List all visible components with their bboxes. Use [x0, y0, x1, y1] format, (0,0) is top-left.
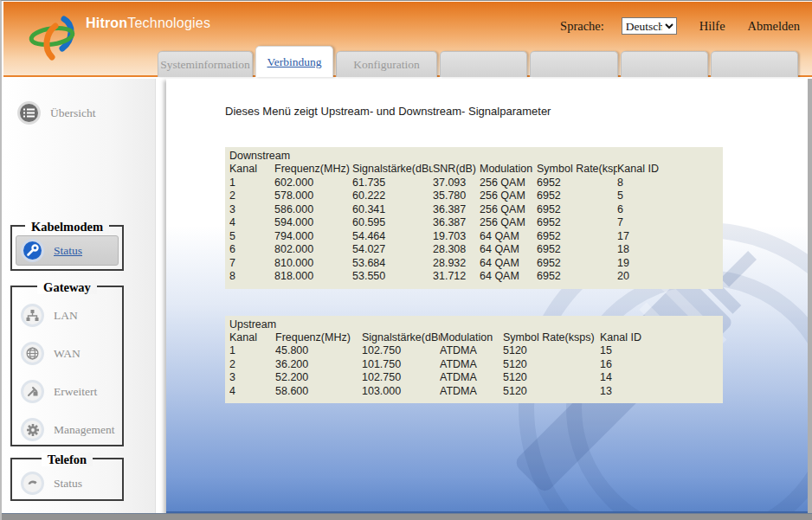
lan-icon: [21, 304, 44, 327]
wrench-icon: [21, 239, 44, 262]
table-cell: 13: [600, 385, 723, 399]
table-cell: 2: [229, 189, 274, 203]
column-header: Modulation: [440, 331, 503, 345]
table-cell: 5120: [503, 358, 600, 372]
sidebar-item-label: WAN: [54, 347, 81, 361]
table-cell: 54.464: [352, 230, 433, 244]
page-description: Dieses Menü zeigt Upstream- und Downstre…: [225, 105, 808, 118]
table-cell: 6: [617, 203, 723, 217]
column-header: Symbol Rate(ksps): [537, 163, 617, 177]
table-cell: 5: [617, 189, 723, 203]
content-panel: Dieses Menü zeigt Upstream- und Downstre…: [166, 79, 808, 513]
sidebar-item-lan[interactable]: LAN: [16, 300, 119, 331]
help-link[interactable]: Hilfe: [699, 19, 725, 34]
hitron-logo-icon: [26, 14, 80, 62]
downstream-title: Downstream: [229, 150, 723, 163]
table-cell: 64 QAM: [480, 243, 537, 257]
table-cell: 17: [617, 230, 723, 244]
sidebar-item-wan[interactable]: WAN: [16, 338, 119, 369]
downstream-table-block: Downstream KanalFrequenz(MHz)Signalstärk…: [225, 147, 723, 289]
table-cell: 36.387: [433, 216, 480, 230]
group-title: Kabelmodem: [12, 219, 122, 234]
table-cell: 19: [617, 257, 723, 271]
sidebar-item-label: Status: [54, 244, 82, 258]
downstream-table: KanalFrequenz(MHz)Signalstärke(dBuV)SNR(…: [229, 163, 723, 284]
table-header-row: KanalFrequenz(MHz)Signalstärke(dBuV)Modu…: [229, 331, 723, 345]
window-bottom-edge: [2, 513, 812, 520]
table-cell: 31.712: [433, 270, 480, 284]
table-cell: 8: [229, 270, 274, 284]
table-cell: 7: [229, 257, 274, 271]
sidebar-item-erweitert[interactable]: Erweitert: [16, 376, 119, 407]
tab-empty-1[interactable]: [440, 51, 527, 77]
column-header: Kanal: [229, 331, 275, 345]
table-row: 8818.00053.55031.71264 QAM695220: [229, 270, 723, 284]
table-row: 1602.00061.73537.093256 QAM69528: [229, 177, 723, 190]
column-header: Kanal ID: [600, 331, 723, 345]
tab-empty-3[interactable]: [621, 51, 708, 77]
column-header: Modulation: [480, 163, 537, 177]
table-cell: 58.600: [275, 385, 362, 399]
table-cell: ATDMA: [440, 385, 503, 399]
phone-icon: [21, 472, 44, 495]
column-header: Kanal ID: [617, 163, 723, 177]
table-cell: 102.750: [362, 344, 440, 358]
table-row: 352.200102.750ATDMA512014: [229, 371, 723, 385]
table-cell: 28.932: [433, 257, 480, 271]
table-cell: 594.000: [274, 216, 352, 230]
sidebar-item-label: Management: [54, 423, 114, 437]
table-cell: 20: [617, 270, 723, 284]
table-cell: 16: [600, 358, 723, 372]
table-cell: ATDMA: [440, 358, 503, 372]
table-cell: 61.735: [352, 177, 433, 190]
sidebar-group-gateway: Gateway LAN WAN Erweitert: [10, 286, 124, 446]
table-row: 5794.00054.46419.70364 QAM695217: [229, 230, 723, 244]
column-header: SNR(dB): [433, 163, 480, 177]
table-cell: 60.222: [352, 189, 433, 203]
table-row: 3586.00060.34136.387256 QAM69526: [229, 203, 723, 217]
table-cell: 3: [229, 203, 274, 217]
sidebar-item-kabelmodem-status[interactable]: Status: [16, 235, 119, 266]
sidebar-item-label: Übersicht: [50, 106, 95, 120]
sidebar-item-telefon-status[interactable]: Status: [16, 468, 119, 498]
sidebar-group-telefon: Telefon Status: [10, 458, 124, 501]
table-cell: 810.000: [274, 257, 352, 271]
table-cell: 794.000: [274, 230, 352, 244]
table-cell: 256 QAM: [480, 189, 537, 203]
table-cell: 36.387: [433, 203, 480, 217]
tab-empty-4[interactable]: [711, 51, 798, 77]
table-header-row: KanalFrequenz(MHz)Signalstärke(dBuV)SNR(…: [229, 163, 723, 177]
tab-systeminformation[interactable]: Systeminformation: [158, 51, 253, 77]
tab-verbindung[interactable]: Verbindung: [255, 46, 333, 77]
table-cell: 8: [617, 177, 723, 190]
table-cell: 6952: [537, 177, 617, 190]
table-cell: 2: [229, 358, 275, 372]
sidebar-item-label: LAN: [54, 309, 78, 323]
upstream-table: KanalFrequenz(MHz)Signalstärke(dBuV)Modu…: [229, 331, 723, 399]
table-cell: 4: [229, 385, 275, 399]
sidebar-item-label: Erweitert: [54, 385, 97, 399]
language-label: Sprache:: [560, 19, 604, 34]
tab-empty-2[interactable]: [530, 51, 617, 77]
table-row: 458.600103.000ATDMA512013: [229, 385, 723, 399]
language-select[interactable]: Deutsch: [622, 17, 677, 35]
table-cell: 6952: [537, 257, 617, 271]
table-cell: 802.000: [274, 243, 352, 257]
table-cell: 1: [229, 344, 275, 358]
logout-link[interactable]: Abmelden: [748, 19, 800, 34]
sidebar-item-uebersicht[interactable]: Übersicht: [17, 101, 95, 125]
header-bar: HitronTechnologies Sprache: Deutsch Hilf…: [3, 2, 812, 77]
table-cell: 6952: [537, 270, 617, 284]
tab-konfiguration[interactable]: Konfiguration: [336, 51, 437, 77]
table-cell: 5: [229, 230, 274, 244]
table-cell: 256 QAM: [480, 177, 537, 190]
app-window: HitronTechnologies Sprache: Deutsch Hilf…: [0, 0, 812, 520]
table-cell: 53.550: [352, 270, 433, 284]
group-title: Telefon: [12, 452, 122, 467]
table-cell: 52.200: [275, 371, 362, 385]
table-cell: 15: [600, 344, 723, 358]
column-header: Kanal: [229, 163, 274, 177]
table-cell: 6952: [537, 216, 617, 230]
sidebar-item-management[interactable]: Management: [16, 414, 119, 445]
table-cell: 256 QAM: [480, 216, 537, 230]
